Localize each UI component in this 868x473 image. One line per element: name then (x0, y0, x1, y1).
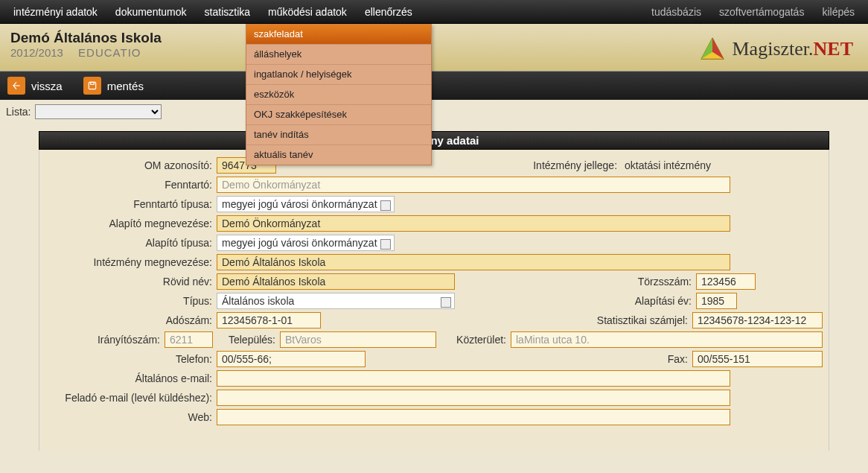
irsz-input[interactable] (165, 331, 213, 348)
stat-label: Statisztikai számjel: (543, 314, 692, 326)
back-icon[interactable] (7, 77, 25, 95)
telefon-label: Telefon: (45, 353, 217, 365)
brand-logo: Magiszter.NET (698, 35, 854, 63)
alapito-tip-value: megyei jogú városi önkormányzat (222, 237, 377, 249)
intezmeny-meg-label: Intézmény megnevezése: (45, 256, 217, 268)
om-label: OM azonosító: (45, 159, 217, 171)
menu-statistics[interactable]: statisztika (196, 0, 259, 24)
felado-email-input[interactable] (217, 390, 730, 406)
top-menubar: intézményi adatok dokumentumok statiszti… (0, 0, 868, 24)
adoszam-input[interactable] (217, 312, 321, 328)
submenu-okj[interactable]: OKJ szakképesítések (246, 105, 431, 125)
torzsszam-input[interactable] (696, 273, 756, 290)
fax-label: Fax: (573, 353, 692, 365)
irsz-label: Irányítószám: (45, 334, 165, 346)
rovid-label: Rövid név: (45, 276, 217, 288)
alapito-tip-label: Alapító típusa: (45, 237, 217, 249)
save-icon[interactable] (83, 77, 101, 95)
fenntarto-tip-select[interactable]: megyei jogú városi önkormányzat (217, 196, 395, 212)
submenu-ingatlanok[interactable]: ingatlanok / helyiségek (246, 65, 431, 85)
menu-operational-data[interactable]: működési adatok (259, 0, 356, 24)
back-button[interactable]: vissza (31, 80, 63, 92)
torzsszam-label: Törzsszám: (577, 276, 696, 288)
tipus-label: Típus: (45, 295, 217, 307)
submenu-tanev-inditas[interactable]: tanév indítás (246, 125, 431, 145)
lista-select[interactable] (35, 104, 162, 119)
telepules-input[interactable] (280, 331, 436, 348)
lista-label: Lista: (6, 106, 31, 118)
adoszam-label: Adószám: (45, 314, 217, 326)
triangle-icon (698, 35, 727, 63)
lista-line: Lista: (0, 100, 868, 124)
fenntarto-input[interactable] (217, 177, 730, 193)
submenu-szakfeladat[interactable]: szakfeladat (246, 25, 431, 45)
alapitasi-label: Alapítási év: (577, 295, 696, 307)
web-label: Web: (45, 411, 217, 423)
save-button[interactable]: mentés (107, 80, 144, 92)
menu-control[interactable]: ellenőrzés (356, 0, 421, 24)
alapito-meg-label: Alapító megnevezése: (45, 218, 217, 229)
alapito-tip-select[interactable]: megyei jogú városi önkormányzat (217, 235, 395, 251)
tipus-value: Általános iskola (222, 295, 294, 307)
fenntarto-label: Fenntartó: (45, 179, 217, 191)
jelleg-label: Intézmény jellege: (502, 159, 622, 171)
fax-input[interactable] (692, 351, 823, 367)
operational-data-submenu: szakfeladat álláshelyek ingatlanok / hel… (246, 24, 432, 165)
fenntarto-tip-value: megyei jogú városi önkormányzat (222, 198, 377, 210)
alapito-meg-input[interactable] (217, 215, 730, 232)
action-bar: vissza mentés (0, 72, 868, 100)
educatio-label: EDUCATIO (78, 46, 141, 59)
menu-documents[interactable]: dokumentumok (106, 0, 196, 24)
intezmeny-meg-input[interactable] (217, 254, 730, 270)
felado-email-label: Feladó e-mail (levél küldéshez): (45, 392, 217, 404)
telefon-input[interactable] (217, 351, 366, 367)
rovid-input[interactable] (217, 273, 455, 290)
telepules-label: Település: (213, 334, 280, 346)
kozterulet-label: Közterület: (436, 334, 511, 346)
panel-header: Intézmény adatai (39, 131, 829, 150)
fenntarto-tip-label: Fenntartó típusa: (45, 198, 217, 210)
submenu-aktualis-tanev[interactable]: aktuális tanév (246, 145, 431, 165)
alt-email-label: Általános e-mail: (45, 372, 217, 384)
menu-logout[interactable]: kilépés (813, 0, 864, 24)
kozterulet-input[interactable] (511, 331, 823, 348)
svg-rect-3 (89, 82, 95, 89)
submenu-eszkozok[interactable]: eszközök (246, 85, 431, 105)
alt-email-input[interactable] (217, 370, 730, 387)
submenu-allashelyek[interactable]: álláshelyek (246, 45, 431, 65)
stat-input[interactable] (692, 312, 823, 328)
jelleg-value: oktatási intézmény (622, 159, 711, 171)
menu-software-support[interactable]: szoftvertámogatás (710, 0, 813, 24)
menu-institutional-data[interactable]: intézményi adatok (4, 0, 106, 24)
web-input[interactable] (217, 409, 730, 425)
tipus-select[interactable]: Általános iskola (217, 293, 455, 309)
svg-rect-4 (90, 82, 94, 84)
institution-panel: Intézmény adatai OM azonosító: Intézmény… (39, 131, 829, 451)
menu-knowledgebase[interactable]: tudásbázis (642, 0, 710, 24)
brand-text-right: NET (814, 38, 853, 60)
brand-text-left: Magiszter. (733, 38, 814, 60)
school-year: 2012/2013 (10, 46, 63, 59)
alapitasi-input[interactable] (696, 293, 737, 309)
title-band: Demó Általános Iskola 2012/2013 EDUCATIO… (0, 24, 868, 72)
